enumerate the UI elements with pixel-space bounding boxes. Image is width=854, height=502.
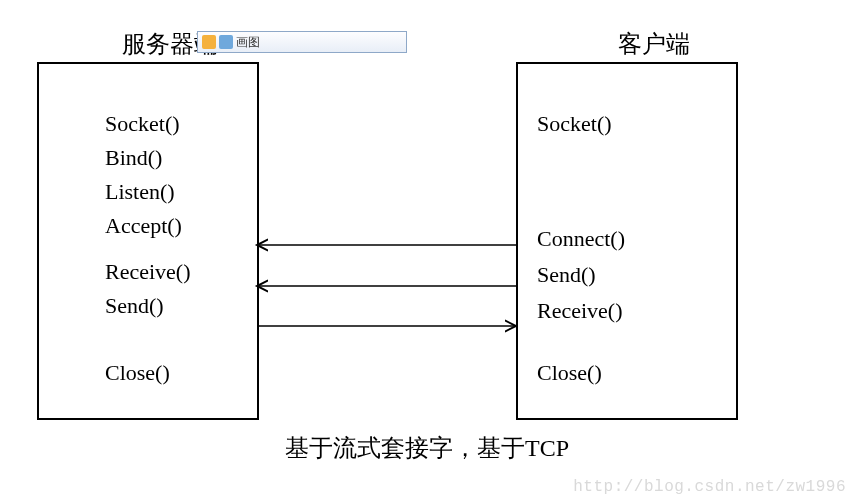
server-step: Close() — [105, 360, 170, 386]
diagram-caption: 基于流式套接字，基于TCP — [0, 432, 854, 464]
client-step: Connect() — [537, 226, 625, 252]
screenshot-toolbar[interactable]: 画图 — [197, 31, 407, 53]
client-step: Receive() — [537, 298, 623, 324]
watermark-text: http://blog.csdn.net/zw1996 — [573, 478, 846, 496]
server-step: Send() — [105, 293, 164, 319]
server-step: Accept() — [105, 213, 182, 239]
client-step: Socket() — [537, 111, 612, 137]
client-step: Close() — [537, 360, 602, 386]
server-step: Receive() — [105, 259, 191, 285]
toolbar-label: 画图 — [236, 34, 260, 51]
server-step: Bind() — [105, 145, 162, 171]
paint-app-icon — [202, 35, 216, 49]
client-title: 客户端 — [594, 28, 714, 60]
tool-icon — [219, 35, 233, 49]
client-step: Send() — [537, 262, 596, 288]
server-step: Socket() — [105, 111, 180, 137]
server-step: Listen() — [105, 179, 175, 205]
